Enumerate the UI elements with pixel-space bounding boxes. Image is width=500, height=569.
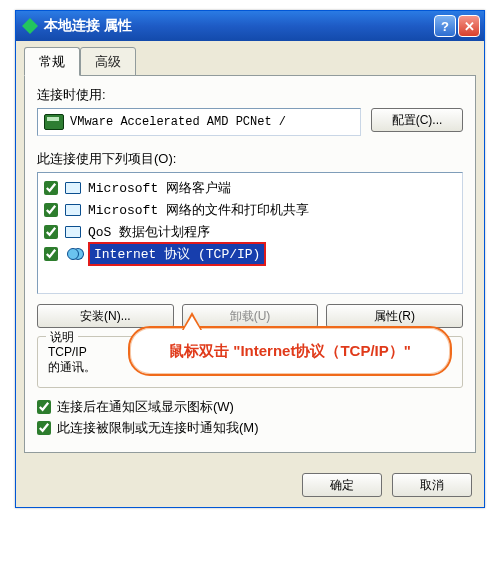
help-button[interactable]: ?	[434, 15, 456, 37]
item-checkbox[interactable]	[44, 247, 58, 261]
window-title: 本地连接 属性	[44, 17, 132, 35]
titlebar-buttons: ? ✕	[434, 15, 480, 37]
annotation-callout: 鼠标双击 "Internet协议（TCP/IP）"	[128, 326, 452, 376]
adapter-field[interactable]: VMware Accelerated AMD PCNet /	[37, 108, 361, 136]
item-label-selected: Internet 协议 (TCP/IP)	[88, 242, 266, 266]
list-item[interactable]: QoS 数据包计划程序	[42, 221, 458, 243]
notify-limited-checkbox[interactable]	[37, 421, 51, 435]
tab-advanced[interactable]: 高级	[80, 47, 136, 76]
uses-items-label: 此连接使用下列项目(O):	[37, 150, 463, 168]
item-label: Microsoft 网络的文件和打印机共享	[88, 201, 309, 219]
fileshare-icon	[64, 202, 82, 218]
list-item-tcpip[interactable]: Internet 协议 (TCP/IP)	[42, 243, 458, 265]
nic-icon	[44, 114, 64, 130]
ok-button[interactable]: 确定	[302, 473, 382, 497]
properties-dialog: 本地连接 属性 ? ✕ 常规 高级 连接时使用: VMware Accelera…	[15, 10, 485, 508]
item-label: Microsoft 网络客户端	[88, 179, 231, 197]
uninstall-button: 卸载(U)	[182, 304, 319, 328]
item-checkbox[interactable]	[44, 203, 58, 217]
tab-general[interactable]: 常规	[24, 47, 80, 76]
tcpip-icon	[64, 246, 82, 262]
show-icon-checkbox[interactable]	[37, 400, 51, 414]
show-icon-row[interactable]: 连接后在通知区域显示图标(W)	[37, 398, 463, 416]
notify-limited-label: 此连接被限制或无连接时通知我(M)	[57, 419, 259, 437]
item-checkbox[interactable]	[44, 225, 58, 239]
connect-using-label: 连接时使用:	[37, 86, 463, 104]
notify-limited-row[interactable]: 此连接被限制或无连接时通知我(M)	[37, 419, 463, 437]
qos-icon	[64, 224, 82, 240]
tab-pane-general: 连接时使用: VMware Accelerated AMD PCNet / 配置…	[24, 75, 476, 453]
cancel-button[interactable]: 取消	[392, 473, 472, 497]
properties-button[interactable]: 属性(R)	[326, 304, 463, 328]
components-list[interactable]: Microsoft 网络客户端 Microsoft 网络的文件和打印机共享 Qo…	[37, 172, 463, 294]
description-legend: 说明	[46, 329, 78, 346]
list-item[interactable]: Microsoft 网络的文件和打印机共享	[42, 199, 458, 221]
tab-strip: 常规 高级	[24, 47, 476, 76]
adapter-name: VMware Accelerated AMD PCNet /	[70, 115, 286, 129]
close-button[interactable]: ✕	[458, 15, 480, 37]
list-item[interactable]: Microsoft 网络客户端	[42, 177, 458, 199]
callout-text: 鼠标双击 "Internet协议（TCP/IP）"	[169, 342, 411, 361]
client-icon	[64, 180, 82, 196]
show-icon-label: 连接后在通知区域显示图标(W)	[57, 398, 234, 416]
install-button[interactable]: 安装(N)...	[37, 304, 174, 328]
item-checkbox[interactable]	[44, 181, 58, 195]
configure-button[interactable]: 配置(C)...	[371, 108, 463, 132]
item-label: QoS 数据包计划程序	[88, 223, 210, 241]
dialog-footer: 确定 取消	[16, 463, 484, 507]
titlebar[interactable]: 本地连接 属性 ? ✕	[16, 11, 484, 41]
window-icon	[22, 18, 38, 34]
